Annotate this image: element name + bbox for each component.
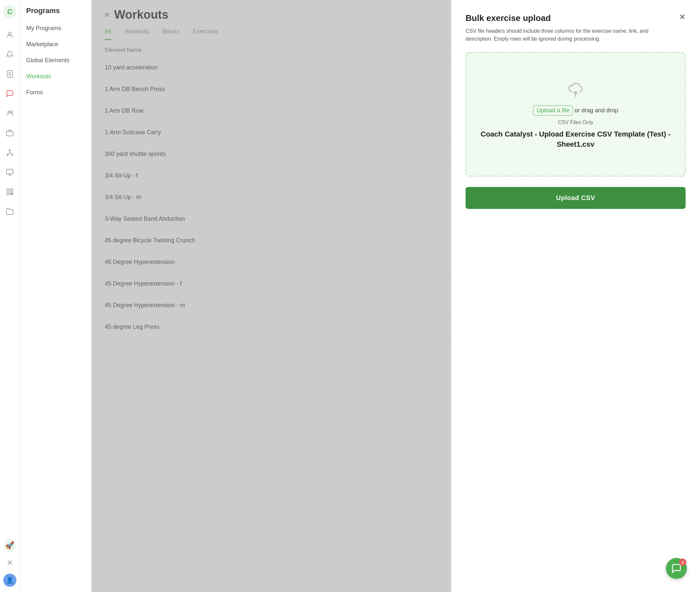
- svg-rect-16: [7, 169, 13, 174]
- svg-point-11: [7, 154, 8, 155]
- main-content: ≡ Workouts All Workouts Blocks Exercises…: [92, 0, 700, 592]
- upload-or-text: or drag and drop: [574, 107, 618, 114]
- briefcase-icon[interactable]: [4, 127, 16, 139]
- modal-subtitle: CSV file headers should include three co…: [465, 27, 655, 43]
- svg-text:C: C: [7, 7, 12, 16]
- svg-rect-19: [7, 189, 9, 191]
- svg-rect-9: [7, 131, 13, 136]
- upload-csv-button[interactable]: Upload CSV: [465, 187, 686, 209]
- bulk-upload-modal: Bulk exercise upload ✕ CSV file headers …: [451, 0, 700, 592]
- user-icon[interactable]: [4, 29, 16, 41]
- nav-sidebar: Programs My Programs Marketplace Global …: [20, 0, 92, 592]
- svg-rect-21: [7, 193, 9, 195]
- chat-bubble[interactable]: 2: [666, 558, 687, 579]
- bell-icon[interactable]: [4, 48, 16, 60]
- upload-cloud-icon: [566, 79, 586, 99]
- sidebar-item-workouts[interactable]: Workouts: [20, 68, 91, 85]
- modal-header: Bulk exercise upload ✕: [465, 13, 686, 23]
- modal-title: Bulk exercise upload: [465, 13, 551, 23]
- sidebar-item-marketplace[interactable]: Marketplace: [20, 36, 91, 52]
- svg-rect-20: [10, 189, 13, 191]
- csv-only-label: CSV Files Only: [558, 119, 593, 126]
- sidebar-item-my-programs[interactable]: My Programs: [20, 20, 91, 36]
- hierarchy-icon[interactable]: [4, 147, 16, 158]
- folder-icon[interactable]: [4, 206, 16, 217]
- icon-sidebar: C 🚀 👤: [0, 0, 20, 592]
- svg-line-15: [10, 153, 12, 154]
- apps-icon[interactable]: [4, 186, 16, 198]
- document-icon[interactable]: [4, 68, 16, 80]
- app-logo[interactable]: C: [3, 5, 16, 18]
- monitor-icon[interactable]: [4, 166, 16, 178]
- people-icon[interactable]: [4, 107, 16, 119]
- upload-file-button[interactable]: Upload a file: [533, 105, 573, 115]
- svg-line-14: [7, 153, 10, 154]
- rocket-icon[interactable]: 🚀: [4, 540, 16, 551]
- user-avatar[interactable]: 👤: [3, 574, 16, 587]
- section-title: Programs: [20, 7, 91, 20]
- upload-prompt: Upload a file or drag and drop: [533, 105, 618, 115]
- sidebar-item-global-elements[interactable]: Global Elements: [20, 52, 91, 68]
- close-icon[interactable]: [4, 557, 16, 569]
- modal-close-button[interactable]: ✕: [679, 13, 686, 21]
- svg-point-8: [10, 111, 12, 113]
- chat-badge: 2: [679, 558, 686, 566]
- upload-dropzone[interactable]: Upload a file or drag and drop CSV Files…: [465, 52, 686, 177]
- chat-icon[interactable]: [4, 88, 16, 100]
- sidebar-item-forms[interactable]: Forms: [20, 85, 91, 101]
- svg-point-12: [11, 154, 13, 155]
- svg-point-7: [8, 111, 10, 113]
- uploaded-file-name: Coach Catalyst - Upload Exercise CSV Tem…: [479, 129, 672, 150]
- svg-point-2: [8, 32, 11, 35]
- svg-point-10: [9, 150, 10, 151]
